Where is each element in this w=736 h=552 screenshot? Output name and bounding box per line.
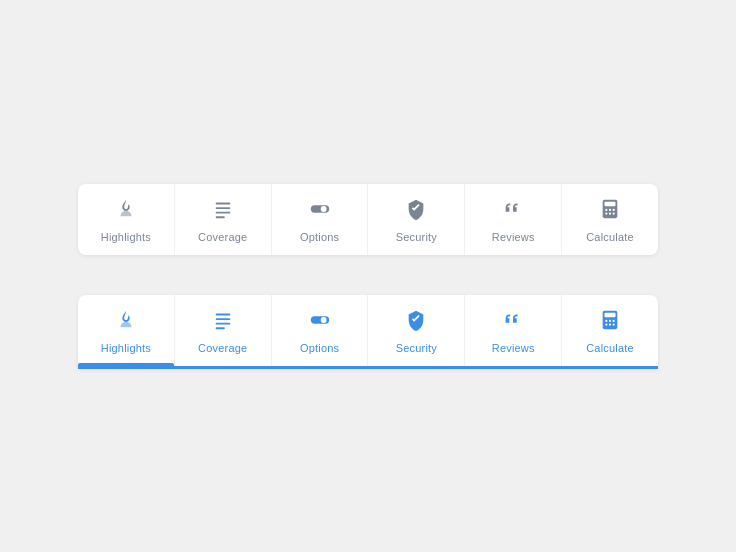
tab-calculate-inactive[interactable]: Calculate xyxy=(562,184,658,255)
flame-icon-active xyxy=(115,309,137,336)
flame-icon xyxy=(115,198,137,225)
shield-icon-inactive xyxy=(405,198,427,225)
tab-bar-active[interactable]: Highlights Coverage Options xyxy=(78,295,658,369)
tab-coverage-inactive[interactable]: Coverage xyxy=(175,184,272,255)
toggle-icon-active xyxy=(309,309,331,336)
tab-coverage-active[interactable]: Coverage xyxy=(175,295,272,366)
quote-icon-active xyxy=(502,309,524,336)
list-icon-inactive xyxy=(212,198,234,225)
shield-icon-active xyxy=(405,309,427,336)
tab-options-label-inactive: Options xyxy=(300,231,339,243)
calc-icon-inactive xyxy=(599,198,621,225)
svg-point-12 xyxy=(609,212,611,214)
svg-point-9 xyxy=(609,208,611,210)
tab-calculate-active[interactable]: Calculate xyxy=(562,295,658,366)
tab-coverage-label-inactive: Coverage xyxy=(198,231,247,243)
svg-rect-17 xyxy=(215,327,224,329)
tab-security-inactive[interactable]: Security xyxy=(368,184,465,255)
svg-point-27 xyxy=(613,323,615,325)
tab-bar-inactive[interactable]: Highlights Coverage Options xyxy=(78,184,658,255)
svg-point-19 xyxy=(320,317,326,323)
svg-point-8 xyxy=(605,208,607,210)
tab-highlights-active[interactable]: Highlights xyxy=(78,295,175,369)
calc-icon-active xyxy=(599,309,621,336)
quote-icon-inactive xyxy=(502,198,524,225)
svg-point-22 xyxy=(605,319,607,321)
svg-rect-14 xyxy=(215,313,230,315)
tab-calculate-label-inactive: Calculate xyxy=(586,231,634,243)
tab-options-label-active: Options xyxy=(300,342,339,354)
svg-rect-16 xyxy=(215,322,230,324)
svg-point-10 xyxy=(613,208,615,210)
svg-point-13 xyxy=(613,212,615,214)
svg-point-5 xyxy=(320,206,326,212)
svg-point-11 xyxy=(605,212,607,214)
tab-security-active[interactable]: Security xyxy=(368,295,465,366)
tab-reviews-inactive[interactable]: Reviews xyxy=(465,184,562,255)
svg-point-23 xyxy=(609,319,611,321)
svg-point-26 xyxy=(609,323,611,325)
tab-options-active[interactable]: Options xyxy=(272,295,369,366)
tab-coverage-label-active: Coverage xyxy=(198,342,247,354)
tab-security-label-active: Security xyxy=(396,342,437,354)
tab-reviews-label-inactive: Reviews xyxy=(492,231,535,243)
tab-highlights-inactive[interactable]: Highlights xyxy=(78,184,175,255)
tab-calculate-label-active: Calculate xyxy=(586,342,634,354)
list-icon-active xyxy=(212,309,234,336)
tab-highlights-label-active: Highlights xyxy=(101,342,151,354)
tab-reviews-label-active: Reviews xyxy=(492,342,535,354)
tab-options-inactive[interactable]: Options xyxy=(272,184,369,255)
tab-security-label-inactive: Security xyxy=(396,231,437,243)
toggle-icon-inactive xyxy=(309,198,331,225)
tab-highlights-label-inactive: Highlights xyxy=(101,231,151,243)
svg-rect-0 xyxy=(215,202,230,204)
tab-reviews-active[interactable]: Reviews xyxy=(465,295,562,366)
svg-rect-15 xyxy=(215,318,230,320)
svg-rect-21 xyxy=(605,312,616,317)
svg-point-24 xyxy=(613,319,615,321)
svg-point-25 xyxy=(605,323,607,325)
svg-rect-2 xyxy=(215,211,230,213)
svg-rect-1 xyxy=(215,207,230,209)
svg-rect-7 xyxy=(605,201,616,206)
svg-rect-3 xyxy=(215,216,224,218)
